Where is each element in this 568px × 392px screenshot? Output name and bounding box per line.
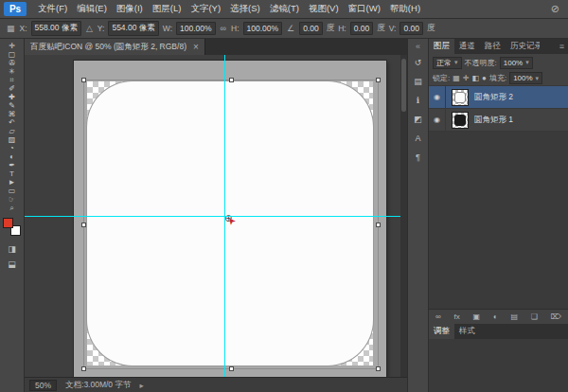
blur-tool-icon[interactable]: ◔ [3,144,22,152]
menu-filter[interactable]: 滤镜(T) [265,0,304,18]
transform-handle-middle-right[interactable] [376,223,381,227]
eraser-tool-icon[interactable]: ▱ [3,127,22,135]
expand-panels-icon[interactable]: « [416,42,420,51]
character-panel-icon[interactable]: A [411,134,426,146]
transform-handle-top-left[interactable] [81,78,86,82]
y-input[interactable]: 554.00 像素 [108,21,158,36]
h-skew-input[interactable]: 0.00 [350,22,374,35]
layer-row-rounded-rectangle-1[interactable]: ◉ 圆角矩形 1 [429,109,568,132]
menu-image[interactable]: 图像(I) [112,0,148,18]
dodge-tool-icon[interactable]: ◐ [3,152,22,161]
path-selection-tool-icon[interactable]: ► [3,178,22,187]
menu-layer[interactable]: 图层(L) [148,0,186,18]
vertical-scrollbar[interactable] [400,55,407,377]
horizontal-guide[interactable] [25,216,407,217]
info-panel-icon[interactable]: ℹ [411,96,426,108]
lasso-tool-icon[interactable]: ✇ [3,59,22,67]
width-input[interactable]: 100.00% [176,22,216,35]
rotate-input[interactable]: 0.00 [299,22,323,35]
status-bar: 50% 文档:3.00M/0 字节 ▸ [25,377,407,392]
transform-handle-top-middle[interactable] [229,78,234,82]
v-skew-input[interactable]: 0.00 [399,22,423,35]
transform-handle-bottom-right[interactable] [376,366,381,371]
lock-position-icon[interactable]: ✛ [463,74,470,82]
transform-handle-bottom-middle[interactable] [229,366,234,371]
marquee-tool-icon[interactable]: ▢ [3,50,22,59]
eyedropper-tool-icon[interactable]: ✐ [3,84,22,93]
shape-tool-icon[interactable]: ▭ [3,187,22,195]
layer-visibility-icon[interactable]: ◉ [429,86,446,108]
rotate-angle-icon: ∠ [286,24,295,33]
link-dimensions-icon[interactable]: ∞ [220,24,227,33]
reference-point-locator-icon[interactable]: ▦ [6,24,16,33]
zoom-level-field[interactable]: 50% [29,380,57,391]
layer-name[interactable]: 圆角矩形 2 [474,92,513,103]
new-layer-icon[interactable]: ❏ [531,312,538,321]
canvas-area[interactable]: ⊕ ➤ [25,55,407,377]
clone-stamp-tool-icon[interactable]: ⌘ [3,110,22,118]
status-options-arrow-icon[interactable]: ▸ [139,381,143,390]
menu-window[interactable]: 窗口(W) [344,0,385,18]
tab-adjustments[interactable]: 调整 [429,324,454,339]
close-tab-icon[interactable]: × [193,42,199,52]
panel-menu-icon[interactable]: ≡ [556,39,568,54]
foreground-color-swatch[interactable] [3,218,13,228]
tab-paths[interactable]: 路径 [480,39,506,54]
layer-mask-icon[interactable]: ▣ [472,312,480,321]
lock-all-icon[interactable]: ● [482,74,487,82]
color-swatches [3,218,21,236]
move-tool-icon[interactable]: ✛ [3,42,22,50]
quick-mask-icon[interactable]: ◨ [3,243,22,255]
link-layers-icon[interactable]: ∞ [435,312,441,321]
layer-name[interactable]: 圆角矩形 1 [474,115,513,126]
menu-help[interactable]: 帮助(H) [385,0,425,18]
transform-handle-top-right[interactable] [376,78,381,82]
layer-row-rounded-rectangle-2[interactable]: ◉ 圆角矩形 2 [429,86,568,109]
adjustment-layer-icon[interactable]: ◐ [493,312,498,321]
x-input[interactable]: 558.00 像素 [31,21,81,36]
menu-type[interactable]: 文字(Y) [186,0,225,18]
blend-mode-select[interactable]: 正常 ▾ [433,57,462,69]
history-brush-tool-icon[interactable]: ↶ [3,118,22,127]
menu-view[interactable]: 视图(V) [304,0,344,18]
layer-thumbnail[interactable] [452,89,469,106]
fill-select[interactable]: 100% ▾ [509,72,542,84]
type-tool-icon[interactable]: T [3,169,22,178]
menu-select[interactable]: 选择(S) [225,0,265,18]
tab-layers[interactable]: 图层 [429,39,454,54]
brush-tool-icon[interactable]: ✎ [3,101,22,110]
vertical-scrollbar-thumb[interactable] [401,59,406,112]
hand-tool-icon[interactable]: ☞ [3,195,22,204]
pen-tool-icon[interactable]: ✒ [3,161,22,169]
transform-handle-middle-left[interactable] [81,223,86,227]
layer-effects-icon[interactable]: fx [453,312,459,321]
height-input[interactable]: 100.00% [243,22,283,35]
zoom-tool-icon[interactable]: ⌕ [3,204,22,212]
delete-layer-icon[interactable]: ⌦ [551,312,561,321]
tab-channels[interactable]: 通道 [454,39,480,54]
menu-file[interactable]: 文件(F) [33,0,72,18]
lock-transparency-icon[interactable]: ▦ [453,74,460,82]
color-panel-icon[interactable]: ◩ [411,115,426,127]
document-tab[interactable]: 百度贴吧ICON @ 50% (圆角矩形 2, RGB/8) × [25,39,205,55]
transform-handle-bottom-left[interactable] [81,366,86,371]
healing-brush-tool-icon[interactable]: ✚ [3,93,22,101]
relative-position-icon[interactable]: △ [85,24,94,33]
crop-tool-icon[interactable]: ⌗ [3,76,22,84]
h-skew-label: H: [338,24,346,33]
opacity-select[interactable]: 100% ▾ [500,57,533,69]
screen-mode-tool-icon[interactable]: ⬓ [3,258,22,270]
history-panel-icon[interactable]: ↺ [411,58,426,70]
layer-group-icon[interactable]: ▤ [510,312,518,321]
gradient-tool-icon[interactable]: ▨ [3,135,22,144]
properties-panel-icon[interactable]: ▤ [411,77,426,89]
paragraph-panel-icon[interactable]: ¶ [411,152,426,165]
lock-pixels-icon[interactable]: ◧ [472,74,480,82]
screen-mode-icon[interactable]: ⊘ [551,3,559,15]
tab-history[interactable]: 历史记录 [506,39,540,54]
tab-styles[interactable]: 样式 [454,324,480,339]
menu-edit[interactable]: 编辑(E) [72,0,112,18]
quick-selection-tool-icon[interactable]: ✳ [3,67,22,76]
layer-thumbnail[interactable] [452,112,469,129]
layer-visibility-icon[interactable]: ◉ [429,109,446,131]
